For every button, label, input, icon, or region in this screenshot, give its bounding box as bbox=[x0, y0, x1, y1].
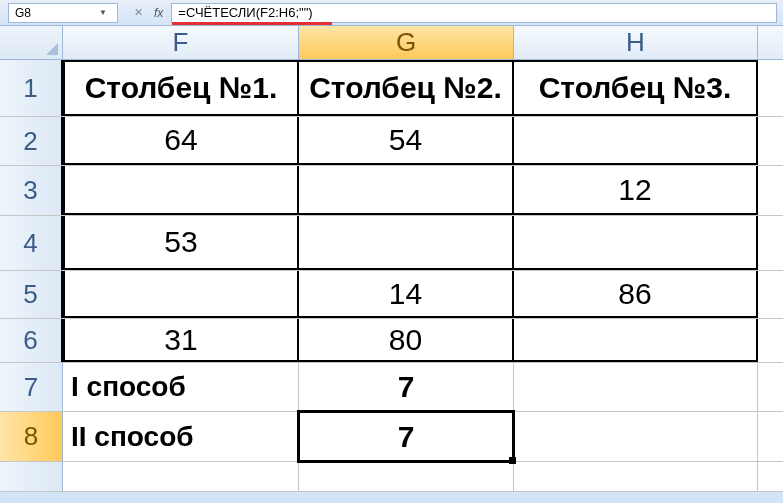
cell-G1[interactable]: Столбец №2. bbox=[299, 60, 514, 116]
name-box-value: G8 bbox=[15, 6, 95, 20]
select-all-corner[interactable] bbox=[0, 26, 63, 59]
table-row: 8 II способ 7 bbox=[0, 412, 783, 462]
table-row: 4 53 bbox=[0, 216, 783, 271]
cell-F1[interactable]: Столбец №1. bbox=[63, 60, 299, 116]
row-header-3[interactable]: 3 bbox=[0, 166, 63, 215]
formula-controls: ✕ fx bbox=[122, 3, 171, 23]
table-row: 7 I способ 7 bbox=[0, 363, 783, 412]
spreadsheet-grid: F G H 1 Столбец №1. Столбец №2. Столбец … bbox=[0, 26, 783, 492]
column-header-G[interactable]: G bbox=[299, 26, 514, 59]
row-header-9[interactable] bbox=[0, 462, 63, 491]
row-header-2[interactable]: 2 bbox=[0, 117, 63, 165]
cell-H1[interactable]: Столбец №3. bbox=[514, 60, 758, 116]
cell-G2[interactable]: 54 bbox=[299, 117, 514, 165]
cell-F4[interactable]: 53 bbox=[63, 216, 299, 270]
row-header-4[interactable]: 4 bbox=[0, 216, 63, 270]
cell-G3[interactable] bbox=[299, 166, 514, 215]
rows-lower: 7 I способ 7 8 II способ 7 bbox=[0, 363, 783, 492]
cell-F5[interactable] bbox=[63, 271, 299, 318]
cell-G4[interactable] bbox=[299, 216, 514, 270]
row-header-8[interactable]: 8 bbox=[0, 412, 63, 461]
cell-G9[interactable] bbox=[299, 462, 514, 491]
row-header-1[interactable]: 1 bbox=[0, 60, 63, 116]
row-header-6[interactable]: 6 bbox=[0, 319, 63, 362]
table-row: 1 Столбец №1. Столбец №2. Столбец №3. bbox=[0, 60, 783, 117]
column-header-F[interactable]: F bbox=[63, 26, 299, 59]
name-box[interactable]: G8 ▼ bbox=[8, 3, 118, 23]
column-headers: F G H bbox=[0, 26, 783, 60]
active-cell-outline bbox=[297, 410, 515, 463]
cell-G8[interactable]: 7 bbox=[299, 412, 514, 461]
cell-H2[interactable] bbox=[514, 117, 758, 165]
cell-G7[interactable]: 7 bbox=[299, 363, 514, 411]
cell-H8[interactable] bbox=[514, 412, 758, 461]
column-header-H[interactable]: H bbox=[514, 26, 758, 59]
cell-F6[interactable]: 31 bbox=[63, 319, 299, 362]
cell-H5[interactable]: 86 bbox=[514, 271, 758, 318]
table-row bbox=[0, 462, 783, 492]
rows-container: 1 Столбец №1. Столбец №2. Столбец №3. 2 … bbox=[0, 60, 783, 363]
formula-text: =СЧЁТЕСЛИ(F2:H6;"") bbox=[178, 5, 312, 20]
name-box-dropdown-icon[interactable]: ▼ bbox=[95, 4, 111, 22]
cell-F3[interactable] bbox=[63, 166, 299, 215]
cell-F7[interactable]: I способ bbox=[63, 363, 299, 411]
cell-H6[interactable] bbox=[514, 319, 758, 362]
fx-label[interactable]: fx bbox=[152, 6, 165, 20]
table-row: 2 64 54 bbox=[0, 117, 783, 166]
formula-bar: G8 ▼ ✕ fx =СЧЁТЕСЛИ(F2:H6;"") bbox=[0, 0, 783, 26]
row-header-7[interactable]: 7 bbox=[0, 363, 63, 411]
cell-F9[interactable] bbox=[63, 462, 299, 491]
table-row: 3 12 bbox=[0, 166, 783, 216]
cell-G6[interactable]: 80 bbox=[299, 319, 514, 362]
cell-H7[interactable] bbox=[514, 363, 758, 411]
cell-F8[interactable]: II способ bbox=[63, 412, 299, 461]
cell-H3[interactable]: 12 bbox=[514, 166, 758, 215]
cell-H9[interactable] bbox=[514, 462, 758, 491]
cell-G5[interactable]: 14 bbox=[299, 271, 514, 318]
row-header-5[interactable]: 5 bbox=[0, 271, 63, 318]
cell-F2[interactable]: 64 bbox=[63, 117, 299, 165]
highlight-underline bbox=[172, 22, 332, 25]
cell-H4[interactable] bbox=[514, 216, 758, 270]
table-row: 5 14 86 bbox=[0, 271, 783, 319]
table-row: 6 31 80 bbox=[0, 319, 783, 363]
formula-input[interactable]: =СЧЁТЕСЛИ(F2:H6;"") bbox=[171, 3, 777, 23]
cancel-icon[interactable]: ✕ bbox=[128, 3, 148, 23]
